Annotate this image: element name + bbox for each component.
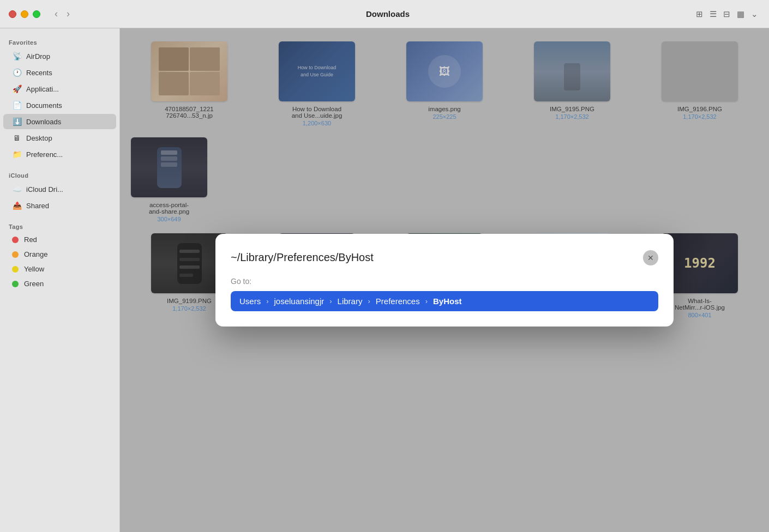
modal-close-button[interactable]: ✕ bbox=[643, 250, 658, 265]
modal-input-row: ✕ bbox=[231, 249, 658, 266]
close-icon: ✕ bbox=[647, 253, 654, 262]
sidebar-item-downloads-label: Downloads bbox=[26, 118, 61, 126]
icloud-drive-icon: ☁️ bbox=[12, 184, 22, 194]
sidebar-item-recents-label: Recents bbox=[26, 69, 52, 77]
documents-icon: 📄 bbox=[12, 100, 22, 110]
green-tag-dot bbox=[12, 281, 19, 287]
sidebar-item-tag-orange[interactable]: Orange bbox=[3, 247, 116, 261]
path-preferences: Preferences bbox=[376, 297, 420, 306]
sidebar-item-downloads[interactable]: ⬇️ Downloads bbox=[3, 114, 116, 129]
sidebar-item-desktop-label: Desktop bbox=[26, 134, 52, 142]
applications-icon: 🚀 bbox=[12, 84, 22, 94]
window-title: Downloads bbox=[82, 9, 694, 19]
goto-modal: ✕ Go to: Users › joseluansingjr › Librar… bbox=[215, 234, 674, 327]
preferences-icon: 📁 bbox=[12, 149, 22, 159]
desktop-icon: 🖥 bbox=[12, 133, 22, 143]
downloads-icon: ⬇️ bbox=[12, 117, 22, 126]
sidebar-item-green-label: Green bbox=[24, 280, 44, 288]
toolbar-right: ⊞ ☰ ⊟ ▦ ⌄ bbox=[694, 7, 760, 21]
maximize-button[interactable] bbox=[33, 10, 40, 18]
sidebar-item-documents[interactable]: 📄 Documents bbox=[3, 98, 116, 113]
sidebar-item-shared[interactable]: 📤 Shared bbox=[3, 198, 116, 213]
path-sep-3: › bbox=[368, 297, 370, 305]
sidebar: Favorites 📡 AirDrop 🕐 Recents 🚀 Applicat… bbox=[0, 28, 120, 532]
sidebar-item-tag-red[interactable]: Red bbox=[3, 233, 116, 246]
sidebar-item-icloud-drive[interactable]: ☁️ iCloud Dri... bbox=[3, 182, 116, 197]
sidebar-item-yellow-label: Yellow bbox=[24, 265, 44, 273]
view-icon-more[interactable]: ⌄ bbox=[749, 7, 760, 21]
modal-overlay: ✕ Go to: Users › joseluansingjr › Librar… bbox=[120, 28, 769, 532]
minimize-button[interactable] bbox=[21, 10, 28, 18]
path-byhost: ByHost bbox=[433, 297, 462, 306]
sidebar-item-applications-label: Applicati... bbox=[26, 85, 59, 93]
close-button[interactable] bbox=[9, 10, 16, 18]
main-layout: Favorites 📡 AirDrop 🕐 Recents 🚀 Applicat… bbox=[0, 28, 769, 532]
icloud-section-label: iCloud bbox=[0, 168, 119, 181]
sidebar-item-tag-green[interactable]: Green bbox=[3, 277, 116, 291]
modal-path-row: Users › joseluansingjr › Library › Prefe… bbox=[231, 291, 658, 311]
sidebar-item-shared-label: Shared bbox=[26, 202, 49, 210]
favorites-section-label: Favorites bbox=[0, 35, 119, 48]
path-users: Users bbox=[239, 297, 261, 306]
red-tag-dot bbox=[12, 237, 19, 243]
nav-buttons: ‹ › bbox=[51, 7, 73, 21]
sidebar-item-orange-label: Orange bbox=[24, 250, 47, 258]
sidebar-item-documents-label: Documents bbox=[26, 101, 62, 110]
goto-input[interactable] bbox=[231, 249, 643, 266]
sidebar-item-preferences-label: Preferenc... bbox=[26, 150, 63, 159]
sidebar-item-airdrop-label: AirDrop bbox=[26, 52, 50, 61]
path-sep-1: › bbox=[266, 297, 268, 305]
goto-label: Go to: bbox=[231, 277, 658, 286]
path-suggestion[interactable]: Users › joseluansingjr › Library › Prefe… bbox=[231, 291, 658, 311]
shared-icon: 📤 bbox=[12, 201, 22, 210]
tags-section-label: Tags bbox=[0, 219, 119, 232]
forward-button[interactable]: › bbox=[63, 7, 73, 21]
airdrop-icon: 📡 bbox=[12, 51, 22, 61]
titlebar: ‹ › Downloads ⊞ ☰ ⊟ ▦ ⌄ bbox=[0, 0, 769, 28]
sidebar-item-tag-yellow[interactable]: Yellow bbox=[3, 262, 116, 276]
traffic-lights bbox=[9, 10, 40, 18]
view-icon-columns[interactable]: ⊟ bbox=[721, 7, 732, 21]
sidebar-item-preferences[interactable]: 📁 Preferenc... bbox=[3, 147, 116, 162]
yellow-tag-dot bbox=[12, 266, 19, 273]
back-button[interactable]: ‹ bbox=[51, 7, 61, 21]
path-sep-2: › bbox=[329, 297, 332, 305]
recents-icon: 🕐 bbox=[12, 68, 22, 77]
orange-tag-dot bbox=[12, 251, 19, 258]
sidebar-item-icloud-drive-label: iCloud Dri... bbox=[26, 185, 63, 194]
sidebar-item-recents[interactable]: 🕐 Recents bbox=[3, 65, 116, 80]
view-icon-list[interactable]: ☰ bbox=[707, 7, 719, 21]
sidebar-item-desktop[interactable]: 🖥 Desktop bbox=[3, 130, 116, 146]
sidebar-item-applications[interactable]: 🚀 Applicati... bbox=[3, 81, 116, 96]
sidebar-item-airdrop[interactable]: 📡 AirDrop bbox=[3, 49, 116, 64]
path-sep-4: › bbox=[425, 297, 428, 305]
path-library: Library bbox=[338, 297, 363, 306]
path-user: joseluansingjr bbox=[274, 297, 325, 306]
view-icon-grid[interactable]: ⊞ bbox=[694, 7, 705, 21]
sidebar-item-red-label: Red bbox=[24, 235, 37, 244]
view-icon-cover[interactable]: ▦ bbox=[735, 7, 747, 21]
file-content: 470188507_1221726740...53_n.jp How to Do… bbox=[120, 28, 769, 532]
